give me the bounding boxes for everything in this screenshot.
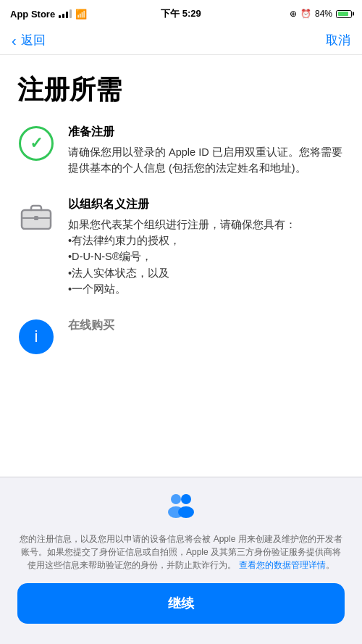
blue-circle: i	[19, 319, 54, 354]
section-organization: 以组织名义注册 如果您代表某个组织进行注册，请确保您具有：•有法律约束力的授权，…	[17, 197, 345, 298]
people-icon	[165, 492, 197, 524]
main-content: 注册所需 ✓ 准备注册 请确保您用以登录的 Apple ID 已启用双重认证。您…	[0, 55, 362, 421]
section-org-text: 如果您代表某个组织进行注册，请确保您具有：•有法律约束力的授权，•D-U-N-S…	[68, 217, 345, 298]
section-prepare-body: 准备注册 请确保您用以登录的 Apple ID 已启用双重认证。您将需要提供基本…	[68, 125, 345, 177]
checkmark-icon: ✓	[30, 135, 43, 151]
privacy-link[interactable]: 查看您的数据管理详情	[239, 560, 326, 570]
section-prepare-text: 请确保您用以登录的 Apple ID 已启用双重认证。您将需要提供基本的个人信息…	[68, 144, 345, 177]
section-org-heading: 以组织名义注册	[68, 197, 345, 212]
section-partial: i 在线购买	[17, 318, 345, 363]
nav-bar: ‹ 返回 取消	[0, 26, 362, 55]
partial-icon-symbol: i	[35, 327, 38, 346]
app-store-label: App Store	[10, 9, 55, 20]
section-org-icon	[17, 197, 55, 235]
section-prepare-icon: ✓	[17, 125, 55, 162]
section-partial-icon: i	[17, 318, 55, 356]
signal-bars	[59, 9, 72, 18]
bottom-privacy-text: 您的注册信息，以及您用以申请的设备信息将会被 Apple 用来创建及维护您的开发…	[17, 532, 345, 572]
bottom-icon-area	[17, 492, 345, 524]
status-left: App Store 📶	[10, 9, 87, 20]
cancel-button[interactable]: 取消	[326, 32, 350, 49]
section-prepare: ✓ 准备注册 请确保您用以登录的 Apple ID 已启用双重认证。您将需要提供…	[17, 125, 345, 177]
bottom-panel: 您的注册信息，以及您用以申请的设备信息将会被 Apple 用来创建及维护您的开发…	[0, 477, 362, 644]
wifi-icon: 📶	[75, 9, 87, 20]
svg-rect-3	[34, 216, 38, 220]
continue-button[interactable]: 继续	[17, 583, 345, 624]
location-icon: ⊕	[290, 9, 297, 19]
status-time: 下午 5:29	[161, 7, 201, 20]
status-right: ⊕ ⏰ 84%	[290, 9, 352, 19]
alarm-icon: ⏰	[300, 9, 311, 19]
battery-indicator	[336, 10, 352, 18]
chevron-left-icon: ‹	[12, 33, 17, 48]
content-fade	[17, 363, 345, 421]
section-prepare-heading: 准备注册	[68, 125, 345, 140]
svg-point-4	[171, 494, 181, 504]
back-label: 返回	[21, 32, 46, 49]
section-partial-heading: 在线购买	[68, 318, 345, 333]
svg-point-7	[178, 506, 194, 518]
privacy-period: 。	[326, 560, 334, 570]
section-partial-body: 在线购买	[68, 318, 345, 338]
section-org-body: 以组织名义注册 如果您代表某个组织进行注册，请确保您具有：•有法律约束力的授权，…	[68, 197, 345, 298]
svg-point-5	[181, 494, 191, 504]
back-button[interactable]: ‹ 返回	[12, 32, 46, 49]
briefcase-svg	[20, 202, 52, 230]
status-bar: App Store 📶 下午 5:29 ⊕ ⏰ 84%	[0, 0, 362, 26]
page-title: 注册所需	[17, 75, 345, 104]
checkmark-circle: ✓	[19, 126, 54, 161]
battery-percent: 84%	[315, 9, 332, 19]
